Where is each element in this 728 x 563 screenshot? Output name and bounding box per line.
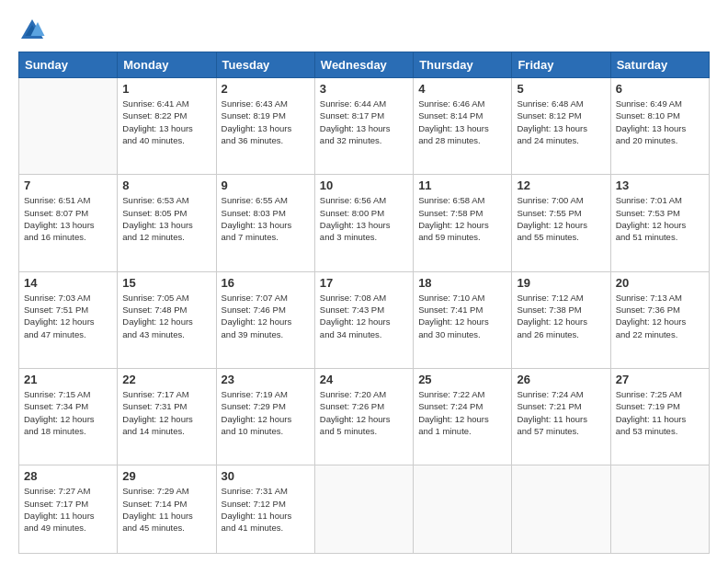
logo <box>18 17 50 44</box>
col-header-saturday: Saturday <box>610 52 709 78</box>
day-cell <box>314 465 413 554</box>
header <box>18 17 710 44</box>
day-cell: 27Sunrise: 7:25 AM Sunset: 7:19 PM Dayli… <box>610 368 709 465</box>
day-info: Sunrise: 7:29 AM Sunset: 7:14 PM Dayligh… <box>122 485 210 534</box>
day-number: 5 <box>517 82 605 96</box>
day-info: Sunrise: 6:56 AM Sunset: 8:00 PM Dayligh… <box>320 194 408 243</box>
day-info: Sunrise: 6:44 AM Sunset: 8:17 PM Dayligh… <box>320 98 408 146</box>
week-row-1: 7Sunrise: 6:51 AM Sunset: 8:07 PM Daylig… <box>19 175 710 271</box>
day-number: 4 <box>418 82 506 96</box>
day-number: 14 <box>24 276 112 290</box>
page: SundayMondayTuesdayWednesdayThursdayFrid… <box>0 0 728 563</box>
day-info: Sunrise: 7:10 AM Sunset: 7:41 PM Dayligh… <box>418 292 506 340</box>
col-header-monday: Monday <box>118 52 216 78</box>
day-number: 21 <box>24 373 112 386</box>
day-number: 30 <box>222 469 310 483</box>
day-number: 28 <box>24 469 112 483</box>
day-cell: 17Sunrise: 7:08 AM Sunset: 7:43 PM Dayli… <box>314 271 413 368</box>
day-number: 19 <box>517 276 605 290</box>
day-number: 9 <box>222 178 310 192</box>
day-cell: 30Sunrise: 7:31 AM Sunset: 7:12 PM Dayli… <box>216 465 314 554</box>
logo-icon <box>18 17 46 44</box>
day-info: Sunrise: 7:20 AM Sunset: 7:26 PM Dayligh… <box>320 388 408 437</box>
day-cell: 25Sunrise: 7:22 AM Sunset: 7:24 PM Dayli… <box>414 368 512 465</box>
day-info: Sunrise: 7:31 AM Sunset: 7:12 PM Dayligh… <box>222 485 310 534</box>
day-info: Sunrise: 7:25 AM Sunset: 7:19 PM Dayligh… <box>616 388 704 437</box>
day-cell: 22Sunrise: 7:17 AM Sunset: 7:31 PM Dayli… <box>118 368 216 465</box>
day-number: 3 <box>320 82 408 96</box>
day-number: 18 <box>418 276 506 290</box>
day-info: Sunrise: 6:43 AM Sunset: 8:19 PM Dayligh… <box>222 98 310 146</box>
day-info: Sunrise: 7:17 AM Sunset: 7:31 PM Dayligh… <box>122 388 210 437</box>
col-header-friday: Friday <box>512 52 610 78</box>
day-number: 7 <box>24 178 112 192</box>
day-number: 2 <box>222 82 310 96</box>
day-cell: 6Sunrise: 6:49 AM Sunset: 8:10 PM Daylig… <box>610 78 709 175</box>
day-cell: 21Sunrise: 7:15 AM Sunset: 7:34 PM Dayli… <box>19 368 118 465</box>
day-cell: 12Sunrise: 7:00 AM Sunset: 7:55 PM Dayli… <box>512 175 610 271</box>
day-cell <box>512 465 610 554</box>
day-info: Sunrise: 7:12 AM Sunset: 7:38 PM Dayligh… <box>517 292 605 340</box>
day-number: 6 <box>616 82 704 96</box>
day-cell: 20Sunrise: 7:13 AM Sunset: 7:36 PM Dayli… <box>610 271 709 368</box>
day-number: 29 <box>122 469 210 483</box>
week-row-4: 28Sunrise: 7:27 AM Sunset: 7:17 PM Dayli… <box>19 465 710 554</box>
day-info: Sunrise: 6:46 AM Sunset: 8:14 PM Dayligh… <box>418 98 506 146</box>
day-info: Sunrise: 7:22 AM Sunset: 7:24 PM Dayligh… <box>418 388 506 437</box>
day-number: 10 <box>320 178 408 192</box>
day-info: Sunrise: 7:05 AM Sunset: 7:48 PM Dayligh… <box>122 292 210 340</box>
week-row-2: 14Sunrise: 7:03 AM Sunset: 7:51 PM Dayli… <box>19 271 710 368</box>
day-cell: 18Sunrise: 7:10 AM Sunset: 7:41 PM Dayli… <box>414 271 512 368</box>
day-cell: 7Sunrise: 6:51 AM Sunset: 8:07 PM Daylig… <box>19 175 118 271</box>
col-header-tuesday: Tuesday <box>216 52 314 78</box>
day-info: Sunrise: 7:07 AM Sunset: 7:46 PM Dayligh… <box>222 292 310 340</box>
day-cell: 2Sunrise: 6:43 AM Sunset: 8:19 PM Daylig… <box>216 78 314 175</box>
day-number: 12 <box>517 178 605 192</box>
day-cell: 4Sunrise: 6:46 AM Sunset: 8:14 PM Daylig… <box>414 78 512 175</box>
day-cell: 13Sunrise: 7:01 AM Sunset: 7:53 PM Dayli… <box>610 175 709 271</box>
day-number: 13 <box>616 178 704 192</box>
day-cell <box>414 465 512 554</box>
day-info: Sunrise: 6:51 AM Sunset: 8:07 PM Dayligh… <box>24 194 112 243</box>
col-header-sunday: Sunday <box>19 52 118 78</box>
day-info: Sunrise: 7:24 AM Sunset: 7:21 PM Dayligh… <box>517 388 605 437</box>
day-number: 23 <box>222 373 310 386</box>
day-cell: 5Sunrise: 6:48 AM Sunset: 8:12 PM Daylig… <box>512 78 610 175</box>
col-header-wednesday: Wednesday <box>314 52 413 78</box>
day-cell <box>610 465 709 554</box>
day-info: Sunrise: 7:13 AM Sunset: 7:36 PM Dayligh… <box>616 292 704 340</box>
day-number: 1 <box>122 82 210 96</box>
day-cell: 28Sunrise: 7:27 AM Sunset: 7:17 PM Dayli… <box>19 465 118 554</box>
day-cell: 29Sunrise: 7:29 AM Sunset: 7:14 PM Dayli… <box>118 465 216 554</box>
day-number: 24 <box>320 373 408 386</box>
day-cell: 8Sunrise: 6:53 AM Sunset: 8:05 PM Daylig… <box>118 175 216 271</box>
day-number: 11 <box>418 178 506 192</box>
day-number: 8 <box>122 178 210 192</box>
day-number: 15 <box>122 276 210 290</box>
day-cell: 15Sunrise: 7:05 AM Sunset: 7:48 PM Dayli… <box>118 271 216 368</box>
day-number: 20 <box>616 276 704 290</box>
col-header-thursday: Thursday <box>414 52 512 78</box>
day-info: Sunrise: 6:55 AM Sunset: 8:03 PM Dayligh… <box>222 194 310 243</box>
day-info: Sunrise: 7:27 AM Sunset: 7:17 PM Dayligh… <box>24 485 112 534</box>
day-number: 25 <box>418 373 506 386</box>
day-number: 26 <box>517 373 605 386</box>
day-info: Sunrise: 7:01 AM Sunset: 7:53 PM Dayligh… <box>616 194 704 243</box>
day-cell: 26Sunrise: 7:24 AM Sunset: 7:21 PM Dayli… <box>512 368 610 465</box>
day-info: Sunrise: 7:15 AM Sunset: 7:34 PM Dayligh… <box>24 388 112 437</box>
day-cell <box>19 78 118 175</box>
day-info: Sunrise: 6:49 AM Sunset: 8:10 PM Dayligh… <box>616 98 704 146</box>
day-cell: 3Sunrise: 6:44 AM Sunset: 8:17 PM Daylig… <box>314 78 413 175</box>
day-info: Sunrise: 7:19 AM Sunset: 7:29 PM Dayligh… <box>222 388 310 437</box>
header-row: SundayMondayTuesdayWednesdayThursdayFrid… <box>19 52 710 78</box>
day-info: Sunrise: 7:00 AM Sunset: 7:55 PM Dayligh… <box>517 194 605 243</box>
week-row-0: 1Sunrise: 6:41 AM Sunset: 8:22 PM Daylig… <box>19 78 710 175</box>
week-row-3: 21Sunrise: 7:15 AM Sunset: 7:34 PM Dayli… <box>19 368 710 465</box>
day-number: 27 <box>616 373 704 386</box>
day-cell: 24Sunrise: 7:20 AM Sunset: 7:26 PM Dayli… <box>314 368 413 465</box>
day-cell: 23Sunrise: 7:19 AM Sunset: 7:29 PM Dayli… <box>216 368 314 465</box>
day-info: Sunrise: 6:48 AM Sunset: 8:12 PM Dayligh… <box>517 98 605 146</box>
day-cell: 16Sunrise: 7:07 AM Sunset: 7:46 PM Dayli… <box>216 271 314 368</box>
day-cell: 19Sunrise: 7:12 AM Sunset: 7:38 PM Dayli… <box>512 271 610 368</box>
day-info: Sunrise: 6:41 AM Sunset: 8:22 PM Dayligh… <box>122 98 210 146</box>
